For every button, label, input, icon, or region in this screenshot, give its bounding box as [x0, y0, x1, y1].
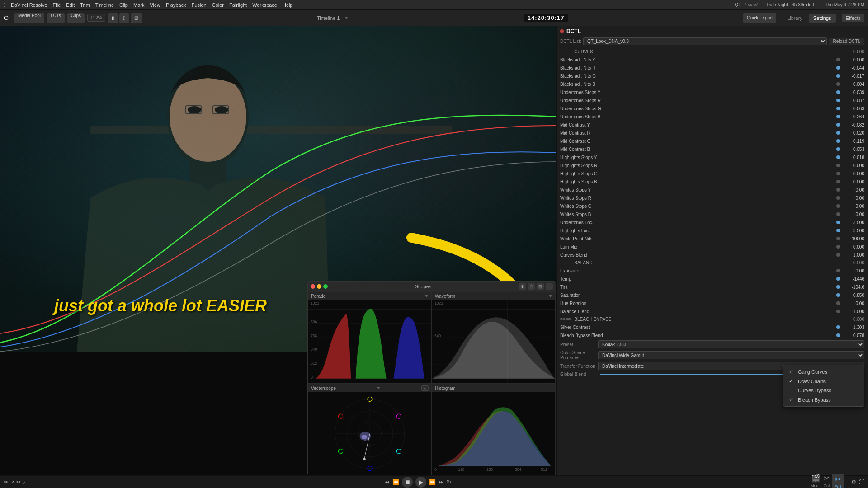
app-menu-davinci[interactable]: DaVinci Resolve	[11, 2, 47, 8]
video-area: just got a whole lot EASIER Scopes ▮	[0, 26, 556, 475]
settings-tab[interactable]: Settings	[809, 14, 836, 23]
settings-icon[interactable]: ⚙	[851, 479, 856, 485]
curves-bypass-item[interactable]: Curves Bypass	[783, 386, 864, 395]
param-reset-btn[interactable]	[836, 204, 840, 208]
stop-btn[interactable]: ⏹	[402, 477, 413, 488]
menu-workspace[interactable]: Workspace	[252, 2, 277, 8]
param-reset-btn[interactable]	[836, 333, 840, 337]
library-tab[interactable]: Library	[783, 14, 807, 23]
minimize-dot[interactable]	[317, 284, 321, 289]
skip-start-btn[interactable]: ⏮	[384, 479, 390, 485]
gang-curves-item[interactable]: ✓ Gang Curves	[783, 367, 864, 376]
param-reset-btn[interactable]	[836, 301, 840, 305]
skip-end-btn[interactable]: ⏭	[439, 479, 444, 485]
vectorscope-label[interactable]: Vectorscope	[311, 386, 336, 391]
draw-charts-item[interactable]: ✓ Draw Charts	[783, 376, 864, 386]
param-reset-btn[interactable]	[836, 107, 840, 110]
select-tool[interactable]: ↗	[10, 479, 14, 485]
menu-fairlight[interactable]: Fairlight	[229, 2, 247, 8]
scopes-more[interactable]: ⋯	[546, 283, 553, 290]
menu-view[interactable]: View	[150, 2, 160, 8]
waveform-label[interactable]: Waveform	[435, 294, 455, 299]
close-dot[interactable]	[311, 284, 315, 289]
param-reset-btn[interactable]	[836, 221, 840, 224]
histogram-label[interactable]: Histogram	[435, 386, 456, 391]
scopes-single-view[interactable]: ▮	[519, 283, 526, 290]
play-btn[interactable]: ▶	[415, 477, 426, 488]
media-pool-btn[interactable]: Media Pool	[14, 13, 44, 23]
menu-edit[interactable]: Edit	[66, 2, 75, 8]
param-reset-btn[interactable]	[836, 131, 840, 135]
param-reset-btn[interactable]	[836, 90, 840, 94]
menu-mark[interactable]: Mark	[133, 2, 144, 8]
luts-btn[interactable]: LUTs	[47, 13, 65, 23]
menu-playback[interactable]: Playback	[166, 2, 186, 8]
param-reset-btn[interactable]	[836, 164, 840, 167]
parade-dropdown[interactable]: ▼	[425, 294, 429, 298]
audio-tool[interactable]: ♪	[23, 479, 25, 485]
param-reset-btn[interactable]	[836, 172, 840, 175]
zoom-control[interactable]: 112%	[87, 14, 105, 22]
effects-btn[interactable]: Effects	[842, 14, 864, 22]
param-reset-btn[interactable]	[836, 277, 840, 281]
param-reset-btn[interactable]	[836, 58, 840, 61]
param-reset-btn[interactable]	[836, 212, 840, 216]
param-reset-btn[interactable]	[836, 188, 840, 192]
cut-page-btn[interactable]: ✂ Cut	[823, 474, 830, 488]
next-frame-btn[interactable]: ⏩	[429, 479, 436, 485]
viewer-quad-btn[interactable]: ▧	[131, 13, 142, 23]
param-reset-btn[interactable]	[836, 269, 840, 272]
viewer-split-btn[interactable]: ▯	[119, 13, 129, 23]
param-reset-btn[interactable]	[836, 245, 840, 249]
bleach-bypass-item[interactable]: ✓ Bleach Bypass	[783, 395, 864, 404]
vectorscope-options[interactable]: ⊞	[421, 385, 429, 391]
menu-help[interactable]: Help	[283, 2, 293, 8]
menu-timeline[interactable]: Timeline	[95, 2, 114, 8]
param-reset-btn[interactable]	[836, 74, 840, 78]
fullscreen-icon[interactable]: ⛶	[859, 479, 864, 485]
prev-frame-btn[interactable]: ⏪	[392, 479, 399, 485]
param-reset-btn[interactable]	[836, 123, 840, 127]
param-reset-btn[interactable]	[836, 293, 840, 297]
param-reset-btn[interactable]	[836, 310, 840, 313]
menu-trim[interactable]: Trim	[80, 2, 90, 8]
media-page-btn[interactable]: 🎬 Media	[811, 474, 822, 488]
param-reset-btn[interactable]	[836, 180, 840, 183]
color-space-select[interactable]: DaVinci Wide Gamut	[598, 351, 864, 359]
viewer-full-btn[interactable]: ▮	[108, 13, 118, 23]
edit-page-btn[interactable]: ✂ Edit	[832, 474, 844, 488]
maximize-dot[interactable]	[323, 284, 328, 289]
param-reset-btn[interactable]	[836, 325, 840, 329]
param-reset-btn[interactable]	[836, 253, 840, 257]
dctl-reload-btn[interactable]: Reload DCTL	[829, 38, 864, 45]
timeline-dropdown-icon[interactable]: ▼	[344, 15, 349, 20]
scopes-quad-view[interactable]: ▧	[537, 283, 544, 290]
loop-btn[interactable]: ↻	[447, 479, 451, 485]
waveform-dropdown[interactable]: ▼	[548, 294, 552, 298]
quick-export-btn[interactable]: Quick Export	[743, 13, 776, 23]
param-reset-btn[interactable]	[836, 82, 840, 86]
param-reset-btn[interactable]	[836, 115, 840, 118]
param-reset-btn[interactable]	[836, 285, 840, 289]
menu-file[interactable]: File	[53, 2, 61, 8]
param-reset-btn[interactable]	[836, 147, 840, 151]
param-reset-btn[interactable]	[836, 196, 840, 200]
preset-select[interactable]: Kodak 2383	[598, 340, 864, 348]
pen-tool[interactable]: ✏	[4, 479, 8, 485]
param-reset-btn[interactable]	[836, 139, 840, 143]
menu-color[interactable]: Color	[212, 2, 224, 8]
razor-tool[interactable]: ✂	[16, 479, 21, 485]
param-reset-btn[interactable]	[836, 99, 840, 102]
param-reset-btn[interactable]	[836, 155, 840, 159]
param-reset-btn[interactable]	[836, 237, 840, 240]
dctl-list-select[interactable]: QT_Look_DNA_v0.3	[583, 37, 827, 45]
param-reset-btn[interactable]	[836, 66, 840, 70]
menu-clip[interactable]: Clip	[119, 2, 128, 8]
clips-btn[interactable]: Clips	[67, 13, 85, 23]
param-reset-btn[interactable]	[836, 229, 840, 232]
menu-fusion[interactable]: Fusion	[192, 2, 207, 8]
parade-label[interactable]: Parade	[311, 294, 326, 299]
vectorscope-dropdown[interactable]: ▼	[377, 386, 381, 390]
apple-menu[interactable]: 	[4, 2, 5, 8]
scopes-split-view[interactable]: ▯	[528, 283, 535, 290]
